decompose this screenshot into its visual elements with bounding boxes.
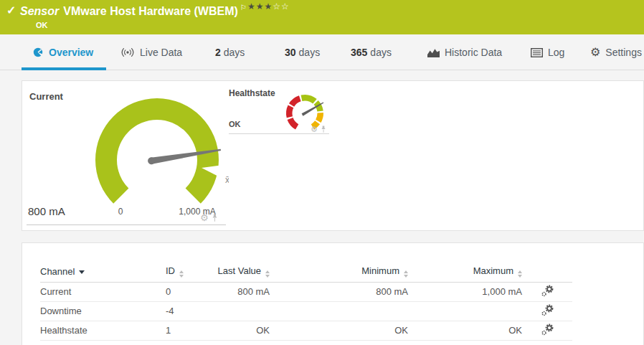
gauge-settings-gear-icon[interactable]: ⚙ bbox=[311, 126, 318, 133]
sort-desc-icon bbox=[79, 270, 85, 274]
status-ok-check-icon: ✓ bbox=[6, 4, 16, 17]
gauge-scale-min: 0 bbox=[106, 207, 135, 217]
pin-icon[interactable] bbox=[321, 126, 326, 133]
tab-label: Overview bbox=[49, 47, 93, 58]
channels-table: Channel ID Last Value Minimum Maximum Cu… bbox=[40, 262, 572, 341]
tab-label: Historic Data bbox=[445, 47, 502, 58]
minimum-cell: OK bbox=[270, 321, 408, 340]
minimum-cell bbox=[270, 301, 408, 321]
gauge-settings-gear-icon[interactable]: ⚙ bbox=[200, 213, 209, 222]
table-row: Healthstate 1 OK OK OK bbox=[40, 321, 572, 340]
divider bbox=[229, 133, 329, 134]
minimum-cell: 800 mA bbox=[270, 282, 408, 301]
maximum-cell bbox=[408, 301, 522, 321]
tab-label: days bbox=[299, 47, 321, 58]
tab-historic-data[interactable]: Historic Data bbox=[427, 34, 502, 70]
tab-label: Settings bbox=[605, 47, 642, 58]
sort-icon bbox=[404, 270, 408, 278]
last-value-cell: OK bbox=[216, 321, 270, 340]
sort-icon bbox=[179, 270, 184, 278]
tab-live-data[interactable]: Live Data bbox=[120, 34, 182, 70]
last-value-cell bbox=[216, 301, 270, 321]
tab-2-days[interactable]: 2days bbox=[215, 34, 245, 70]
maximum-cell: OK bbox=[408, 321, 522, 340]
flag-icon: ⚐ bbox=[240, 4, 247, 11]
table-row: Current 0 800 mA 800 mA 1,000 mA bbox=[40, 282, 572, 301]
tab-label: days bbox=[370, 47, 392, 58]
column-header-last-value[interactable]: Last Value bbox=[216, 262, 270, 282]
gauge-title-current: Current bbox=[29, 91, 63, 102]
overview-gauges-panel: Current x̄ 0 1,000 mA 800 mA ⚙ Healthsta… bbox=[22, 80, 644, 231]
channel-id-cell: -4 bbox=[166, 301, 216, 321]
tab-overview[interactable]: Overview bbox=[32, 34, 93, 70]
gauge-icon bbox=[32, 47, 44, 58]
last-value-cell: 800 mA bbox=[216, 282, 270, 301]
channel-id-cell: 1 bbox=[166, 321, 216, 340]
average-marker-label: x̄ bbox=[225, 175, 229, 185]
priority-stars-filled: ★★★ bbox=[247, 1, 273, 11]
tab-label: days bbox=[224, 47, 245, 58]
channel-settings-gears-icon[interactable] bbox=[541, 304, 554, 316]
channel-name-cell[interactable]: Current bbox=[40, 282, 166, 301]
channel-name-cell[interactable]: Downtime bbox=[40, 301, 166, 321]
broadcast-icon bbox=[120, 47, 135, 57]
table-header-row: Channel ID Last Value Minimum Maximum bbox=[40, 262, 572, 282]
pin-icon[interactable] bbox=[212, 214, 218, 222]
sort-icon bbox=[265, 270, 270, 278]
sensor-name: VMware Host Hardware (WBEM) bbox=[63, 5, 238, 17]
tab-365-days[interactable]: 365days bbox=[351, 34, 392, 70]
tab-log[interactable]: Log bbox=[531, 34, 564, 70]
healthstate-value-label: OK bbox=[229, 120, 241, 128]
priority-stars-empty: ☆☆ bbox=[273, 1, 290, 11]
maximum-cell: 1,000 mA bbox=[408, 282, 522, 301]
area-chart-icon bbox=[427, 48, 440, 57]
divider bbox=[27, 225, 226, 225]
channel-settings-gears-icon[interactable] bbox=[541, 323, 554, 336]
channel-settings-gears-icon[interactable] bbox=[541, 285, 554, 297]
sensor-header: ✓ SensorVMware Host Hardware (WBEM)⚐ ★★★… bbox=[0, 0, 644, 34]
tab-label: Live Data bbox=[140, 47, 182, 58]
column-header-maximum[interactable]: Maximum bbox=[408, 262, 522, 282]
column-header-id[interactable]: ID bbox=[166, 262, 216, 282]
page-title: SensorVMware Host Hardware (WBEM)⚐ bbox=[20, 4, 247, 18]
sensor-status-badge: OK bbox=[36, 21, 48, 29]
priority-stars[interactable]: ★★★☆☆ bbox=[247, 1, 290, 11]
channel-name-cell[interactable]: Healthstate bbox=[40, 321, 166, 340]
object-kind-label: Sensor bbox=[20, 5, 59, 17]
column-header-minimum[interactable]: Minimum bbox=[270, 262, 408, 282]
active-tab-indicator bbox=[22, 67, 106, 70]
tab-30-days[interactable]: 30days bbox=[285, 34, 320, 70]
column-header-channel[interactable]: Channel bbox=[40, 262, 166, 282]
tab-label: Log bbox=[548, 47, 564, 58]
tab-bar: Overview Live Data 2days 30days 365days … bbox=[0, 34, 644, 70]
channels-table-panel: Channel ID Last Value Minimum Maximum Cu… bbox=[22, 242, 644, 345]
column-header-actions bbox=[522, 262, 572, 282]
gauge-title-healthstate: Healthstate bbox=[229, 88, 275, 98]
tab-settings[interactable]: ⚙ Settings bbox=[590, 34, 642, 70]
gauge-scale-max: 1,000 mA bbox=[161, 207, 233, 217]
current-value-label: 800 mA bbox=[28, 205, 65, 217]
channel-id-cell: 0 bbox=[166, 282, 216, 301]
gear-icon: ⚙ bbox=[590, 47, 600, 58]
log-list-icon bbox=[531, 48, 543, 57]
sort-icon bbox=[518, 270, 522, 278]
table-row: Downtime -4 bbox=[40, 301, 572, 321]
